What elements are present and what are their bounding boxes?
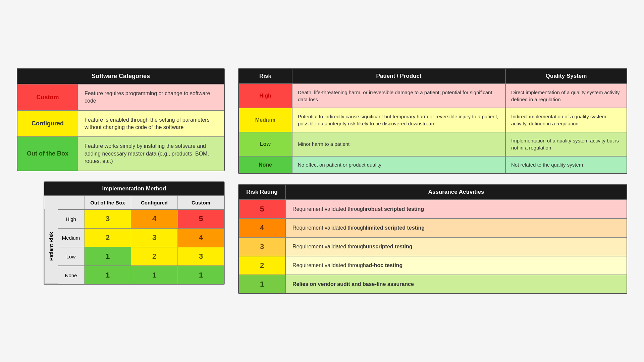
assurance-rating-1: 1 (239, 275, 286, 293)
impl-row-medium: Medium 2 3 4 (58, 228, 224, 247)
sc-desc-custom: Feature requires programming or change t… (78, 84, 224, 110)
impl-cell-high-custom: 5 (178, 210, 224, 228)
assurance-desc-4-prefix: Requirement validated through (292, 224, 366, 232)
risk-desc-high: Death, life-threatening harm, or irrever… (292, 84, 506, 108)
impl-cell-high-configured: 4 (131, 210, 178, 228)
assurance-desc-1: Relies on vendor audit and base-line ass… (286, 275, 627, 293)
risk-col-header-risk: Risk (239, 69, 292, 83)
risk-row-low: Low Minor harm to a patient Implementati… (239, 132, 627, 156)
sc-row-configured: Configured Feature is enabled through th… (17, 110, 224, 137)
sc-row-outofbox: Out of the Box Feature works simply by i… (17, 136, 224, 170)
assurance-desc-1-bold: Relies on vendor audit and base-line ass… (292, 281, 414, 288)
assurance-col-header-activities: Assurance Activities (286, 185, 627, 199)
risk-col-header-quality: Quality System (506, 69, 627, 83)
assurance-desc-2-prefix: Requirement validated through (292, 262, 366, 269)
impl-col-outofbox: Out of the Box (85, 196, 131, 209)
impl-row-label-low: Low (58, 247, 85, 265)
assurance-table: Risk Rating Assurance Activities 5 Requi… (238, 184, 627, 294)
impl-cell-none-outofbox: 1 (85, 266, 131, 284)
impl-cell-high-outofbox: 3 (85, 210, 131, 228)
software-categories-table: Software Categories Custom Feature requi… (17, 68, 225, 171)
assurance-desc-2-bold: ad-hoc testing (366, 262, 402, 269)
risk-label-high: High (239, 84, 292, 108)
assurance-desc-3: Requirement validated through unscripted… (286, 238, 627, 256)
impl-row-label-medium: Medium (58, 229, 85, 247)
impl-col-configured: Configured (131, 196, 178, 209)
assurance-rating-4: 4 (239, 219, 286, 237)
assurance-row-5: 5 Requirement validated through robust s… (239, 199, 627, 218)
risk-desc-low: Minor harm to a patient (292, 132, 506, 156)
sc-desc-outofbox: Feature works simply by installing the s… (78, 137, 224, 170)
software-categories-title: Software Categories (17, 69, 224, 84)
impl-row-none: None 1 1 1 (58, 265, 224, 284)
risk-qs-high: Direct implementation of a quality syste… (506, 84, 627, 108)
impl-row-low: Low 1 2 3 (58, 247, 224, 265)
assurance-rating-3: 3 (239, 238, 286, 256)
impl-cell-medium-custom: 4 (178, 229, 224, 247)
risk-desc-medium: Potential to indirectly cause significan… (292, 108, 506, 132)
left-column: Software Categories Custom Feature requi… (17, 68, 225, 285)
impl-cell-medium-configured: 3 (131, 229, 178, 247)
sc-label-configured: Configured (17, 111, 78, 137)
impl-rows: High 3 4 5 Medium 2 3 4 Low (58, 209, 224, 284)
risk-label-low: Low (239, 132, 292, 156)
assurance-rating-2: 2 (239, 256, 286, 275)
risk-col-header-patient: Patient / Product (292, 69, 506, 83)
page-container: Software Categories Custom Feature requi… (17, 68, 627, 294)
impl-cell-medium-outofbox: 2 (85, 229, 131, 247)
risk-row-medium: Medium Potential to indirectly cause sig… (239, 108, 627, 132)
assurance-desc-5-prefix: Requirement validated through (292, 205, 366, 213)
risk-qs-none: Not related to the quality system (506, 157, 627, 173)
assurance-desc-3-bold: unscripted testing (366, 243, 413, 250)
risk-qs-medium: Indirect implementation of a quality sys… (506, 108, 627, 132)
assurance-col-header-rating: Risk Rating (239, 185, 286, 199)
assurance-row-3: 3 Requirement validated through unscript… (239, 237, 627, 256)
assurance-row-4: 4 Requirement validated through limited … (239, 218, 627, 237)
risk-table: Risk Patient / Product Quality System Hi… (238, 68, 627, 174)
impl-body: Patient Risk High 3 4 5 Medium 2 3 4 (44, 209, 224, 284)
risk-desc-none: No effect on patient or product quality (292, 157, 506, 173)
assurance-row-1: 1 Relies on vendor audit and base-line a… (239, 275, 627, 293)
impl-col-spacer (44, 196, 85, 209)
implementation-method-table: Implementation Method Out of the Box Con… (44, 181, 225, 285)
impl-col-headers: Out of the Box Configured Custom (44, 195, 224, 209)
implementation-method-title: Implementation Method (44, 182, 224, 195)
sc-label-custom: Custom (17, 84, 78, 110)
risk-label-none: None (239, 157, 292, 173)
right-column: Risk Patient / Product Quality System Hi… (238, 68, 627, 294)
risk-label-medium: Medium (239, 108, 292, 132)
impl-col-custom: Custom (178, 196, 224, 209)
sc-row-custom: Custom Feature requires programming or c… (17, 84, 224, 110)
assurance-desc-4-bold: limited scripted testing (366, 224, 425, 232)
assurance-desc-5: Requirement validated through robust scr… (286, 200, 627, 218)
patient-risk-label: Patient Risk (44, 209, 58, 284)
impl-row-label-none: None (58, 266, 85, 284)
impl-cell-none-configured: 1 (131, 266, 178, 284)
impl-row-label-high: High (58, 210, 85, 228)
risk-col-headers: Risk Patient / Product Quality System (239, 69, 627, 83)
assurance-row-2: 2 Requirement validated through ad-hoc t… (239, 256, 627, 275)
risk-qs-low: Implementation of a quality system activ… (506, 132, 627, 156)
risk-row-high: High Death, life-threatening harm, or ir… (239, 83, 627, 108)
impl-cell-low-custom: 3 (178, 247, 224, 265)
assurance-desc-4: Requirement validated through limited sc… (286, 219, 627, 237)
impl-cell-low-configured: 2 (131, 247, 178, 265)
sc-label-outofbox: Out of the Box (17, 137, 78, 170)
assurance-desc-5-bold: robust scripted testing (366, 205, 424, 213)
assurance-desc-2: Requirement validated through ad-hoc tes… (286, 256, 627, 275)
impl-row-high: High 3 4 5 (58, 209, 224, 228)
impl-cell-none-custom: 1 (178, 266, 224, 284)
assurance-rating-5: 5 (239, 200, 286, 218)
assurance-desc-3-prefix: Requirement validated through (292, 243, 366, 250)
impl-cell-low-outofbox: 1 (85, 247, 131, 265)
sc-desc-configured: Feature is enabled through the setting o… (78, 111, 224, 137)
assurance-header: Risk Rating Assurance Activities (239, 185, 627, 199)
risk-row-none: None No effect on patient or product qua… (239, 156, 627, 173)
